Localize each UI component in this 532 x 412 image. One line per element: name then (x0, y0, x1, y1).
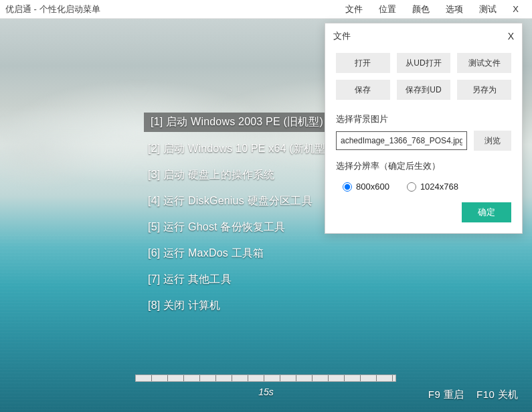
boot-item-4[interactable]: [4] 运行 DiskGenius 硬盘分区工具 (144, 192, 333, 210)
boot-list: [1] 启动 Windows 2003 PE (旧机型) [2] 启动 Wind… (144, 113, 333, 315)
save-button[interactable]: 保存 (336, 80, 390, 100)
boot-item-1[interactable]: [1] 启动 Windows 2003 PE (旧机型) (144, 113, 333, 132)
menu-position[interactable]: 位置 (371, 1, 404, 18)
panel-title: 文件 (333, 30, 351, 42)
background-image-input[interactable] (336, 131, 467, 150)
boot-item-2[interactable]: [2] 启动 Windows 10 PE x64 (新机型) (144, 140, 333, 158)
test-file-button[interactable]: 测试文件 (457, 53, 511, 73)
resolution-option-label: 1024x768 (420, 182, 458, 192)
boot-item-7[interactable]: [7] 运行 其他工具 (144, 271, 333, 289)
resolution-option-1024x768[interactable]: 1024x768 (407, 182, 458, 192)
window-title: 优启通 - 个性化启动菜单 (5, 3, 100, 15)
boot-item-5[interactable]: [5] 运行 Ghost 备份恢复工具 (144, 218, 333, 236)
resolution-radio-1024x768[interactable] (407, 182, 416, 192)
open-from-ud-button[interactable]: 从UD打开 (397, 53, 451, 73)
hotkey-shutdown: F10 关机 (476, 389, 519, 401)
browse-button[interactable]: 浏览 (474, 131, 511, 151)
menu-test[interactable]: 测试 (471, 1, 505, 18)
hotkey-hints: F9 重启 F10 关机 (428, 389, 519, 401)
countdown-progress (135, 374, 396, 382)
save-as-button[interactable]: 另存为 (457, 80, 511, 100)
resolution-option-800x600[interactable]: 800x600 (343, 182, 389, 192)
open-button[interactable]: 打开 (336, 53, 390, 73)
resolution-label: 选择分辨率（确定后生效） (325, 153, 522, 178)
boot-item-6[interactable]: [6] 运行 MaxDos 工具箱 (144, 245, 333, 263)
countdown-timer: 15s (258, 387, 274, 397)
panel-close-icon[interactable]: X (508, 31, 514, 42)
ok-button[interactable]: 确定 (462, 202, 511, 222)
menu-options[interactable]: 选项 (438, 1, 471, 18)
file-panel: 文件 X 打开 从UD打开 测试文件 保存 保存到UD 另存为 选择背景图片 浏… (325, 23, 523, 234)
menu-file[interactable]: 文件 (337, 1, 371, 18)
boot-item-3[interactable]: [3] 启动 硬盘上的操作系统 (144, 166, 333, 184)
menubar: 优启通 - 个性化启动菜单 文件 位置 颜色 选项 测试 X (0, 0, 532, 19)
resolution-radio-800x600[interactable] (343, 182, 352, 192)
hotkey-reboot: F9 重启 (428, 389, 464, 401)
menu-color[interactable]: 颜色 (404, 1, 438, 18)
close-icon[interactable]: X (505, 1, 527, 17)
resolution-option-label: 800x600 (356, 182, 389, 192)
background-image-label: 选择背景图片 (325, 107, 522, 131)
boot-item-8[interactable]: [8] 关闭 计算机 (144, 297, 333, 315)
save-to-ud-button[interactable]: 保存到UD (397, 80, 451, 100)
